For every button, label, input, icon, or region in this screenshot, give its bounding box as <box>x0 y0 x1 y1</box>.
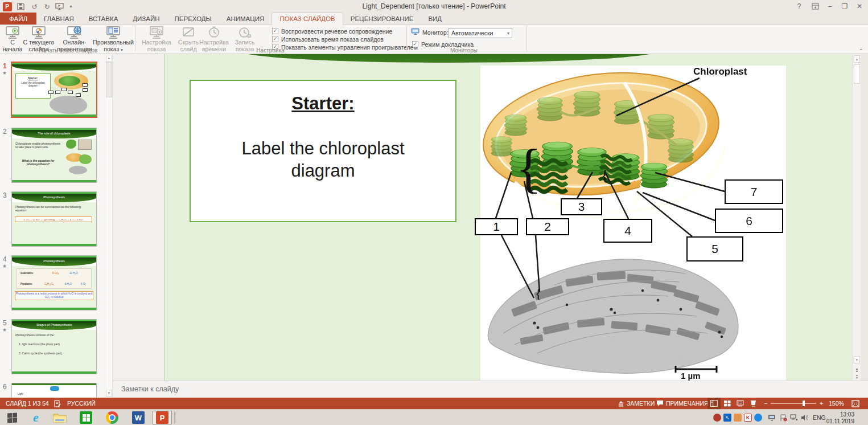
tab-slideshow[interactable]: ПОКАЗ СЛАЙДОВ <box>271 13 343 25</box>
tray-icon-app-blue[interactable]: ↖ <box>723 414 731 422</box>
tab-view[interactable]: ВИД <box>421 13 449 24</box>
help-button[interactable]: ? <box>792 0 807 12</box>
slide-thumbnail-3[interactable]: Photosynthesis Photosynthesis can be sum… <box>11 191 97 247</box>
chloroplast-image[interactable]: { { <box>480 66 786 381</box>
from-beginning-button[interactable]: С начала <box>2 26 23 52</box>
start-button[interactable] <box>2 411 22 424</box>
monitor-select[interactable]: Автоматически ▾ <box>449 28 512 38</box>
internet-explorer-icon[interactable]: e <box>26 411 46 424</box>
label-box-2[interactable]: 2 <box>526 218 569 235</box>
spellcheck-icon[interactable] <box>54 398 61 409</box>
notes-toggle-button[interactable]: ЗАМЕТКИ <box>618 398 655 409</box>
monitor-gear-icon <box>149 26 164 39</box>
normal-view-button[interactable] <box>707 398 721 409</box>
collapse-ribbon-icon[interactable]: ⌃ <box>859 48 863 54</box>
kaspersky-icon[interactable]: K <box>744 414 752 422</box>
scroll-up-icon[interactable]: ▲ <box>854 55 860 63</box>
file-explorer-icon[interactable] <box>50 411 69 424</box>
thumb-number: 2 <box>3 128 11 136</box>
slide-sorter-view-button[interactable] <box>721 398 734 409</box>
tab-insert[interactable]: ВСТАВКА <box>81 13 126 24</box>
zoom-slider[interactable] <box>771 403 816 404</box>
tab-file[interactable]: ФАЙЛ <box>0 13 36 24</box>
slideshow-view-button[interactable] <box>747 398 760 409</box>
slide-thumbnail-1[interactable]: Starter: Label the chloroplast diagram <box>11 62 97 118</box>
label-box-6[interactable]: 6 <box>715 209 783 233</box>
slide-thumbnail-5[interactable]: Stages of Photosynthesis Photosynthesis … <box>11 319 97 374</box>
chrome-icon[interactable] <box>102 411 122 424</box>
notes-pane[interactable]: Заметки к слайду <box>113 381 868 398</box>
zoom-in-button[interactable]: + <box>820 398 823 409</box>
ribbon: С начала С текущего слайда Онлайн-презен… <box>0 25 868 54</box>
window-title: Light_Dependent [только чтение] - PowerP… <box>0 2 868 10</box>
tab-design[interactable]: ДИЗАЙН <box>125 13 167 24</box>
language-switcher[interactable]: ENG <box>813 414 826 421</box>
record-clock-icon <box>238 26 252 39</box>
label-box-5[interactable]: 5 <box>686 236 743 261</box>
reading-view-button[interactable] <box>734 398 747 409</box>
thumb-number: 5 <box>3 319 11 327</box>
tab-review[interactable]: РЕЦЕНЗИРОВАНИЕ <box>343 13 421 24</box>
taskbar: e W P ↖ K <box>0 409 868 425</box>
monitor-play-icon <box>5 26 20 39</box>
animation-star-icon: ★ <box>2 327 10 333</box>
starter-textbox[interactable]: Starter: Label the chloroplast diagram <box>190 80 456 222</box>
label-box-4[interactable]: 4 <box>603 219 652 243</box>
next-slide-button[interactable]: ▼▼ <box>854 373 860 379</box>
thumbnail-scrollbar[interactable]: ▲ ▼ <box>105 54 113 398</box>
animation-star-icon: ★ <box>2 263 10 269</box>
volume-icon[interactable] <box>800 414 808 422</box>
minimize-button[interactable]: – <box>822 0 837 12</box>
scroll-down-icon[interactable]: ▼ <box>854 356 860 363</box>
label-box-7[interactable]: 7 <box>725 179 783 204</box>
tab-animations[interactable]: АНИМАЦИЯ <box>219 13 272 24</box>
main-scrollbar[interactable]: ▲ ▼ ▲▲ ▼▼ <box>852 54 861 381</box>
tab-transitions[interactable]: ПЕРЕХОДЫ <box>167 13 219 24</box>
chevron-down-icon: ▾ <box>507 31 509 36</box>
language-indicator[interactable]: РУССКИЙ <box>67 398 96 409</box>
tray-icon-updater[interactable] <box>713 414 721 422</box>
title-bar: P ↺ ↻ ▾ Light_Dependent [только чтение] … <box>0 0 868 13</box>
scroll-down-icon[interactable]: ▼ <box>106 390 112 397</box>
action-center-flag-icon[interactable] <box>779 414 787 422</box>
slide-thumbnail-6[interactable]: Light <box>11 383 97 398</box>
zoom-level[interactable]: 150% <box>829 398 844 409</box>
monitor-row: Монитор: <box>411 28 449 36</box>
display-tray-icon[interactable] <box>768 414 776 422</box>
restore-button[interactable]: ❐ <box>837 0 852 12</box>
slide-editing-surface[interactable]: Starter: Label the chloroplast diagram <box>164 54 852 381</box>
close-button[interactable]: ✕ <box>852 0 867 12</box>
slide-indicator[interactable]: СЛАЙД 1 ИЗ 54 <box>6 398 49 409</box>
slide-thumbnail-4[interactable]: Photosynthesis Reactants: 6 CO₂ 12 H₂O P… <box>11 255 97 310</box>
tab-home[interactable]: ГЛАВНАЯ <box>36 13 81 24</box>
network-icon[interactable] <box>790 414 798 422</box>
chloroplast-title-label: Chloroplast <box>693 66 747 77</box>
fit-to-window-button[interactable] <box>851 398 859 409</box>
previous-slide-button[interactable]: ▲▲ <box>854 366 860 373</box>
tray-icon-app-orange[interactable] <box>734 414 742 422</box>
monitor-chart-icon <box>31 26 46 39</box>
label-box-1[interactable]: 1 <box>475 218 518 235</box>
zoom-out-button[interactable]: − <box>764 398 767 409</box>
checkbox-use-timings[interactable]: ✓ Использовать время показа слайдов <box>272 35 384 43</box>
word-icon[interactable]: W <box>129 411 148 424</box>
monitor-list-icon <box>106 26 121 39</box>
checkbox-play-narrations[interactable]: ✓ Воспроизвести речевое сопровождение <box>272 27 392 35</box>
scroll-up-icon[interactable]: ▲ <box>106 55 112 62</box>
ribbon-display-options-button[interactable] <box>808 0 822 12</box>
thumb-number: 6 <box>3 383 11 391</box>
powerpoint-taskbar-button[interactable]: P <box>153 411 172 424</box>
slide-thumbnail-2[interactable]: The role of chloroplasts Chloroplasts en… <box>11 128 97 183</box>
scrollbar-thumb[interactable] <box>106 62 112 97</box>
scrollbar-thumb[interactable] <box>854 64 860 84</box>
zoom-slider-thumb[interactable] <box>803 401 805 406</box>
monitor-globe-icon <box>67 26 83 39</box>
setup-slideshow-button: Настройка показа слайдов <box>137 26 176 52</box>
comments-toggle-button[interactable]: ПРИМЕЧАНИЯ <box>656 398 709 409</box>
clock[interactable]: 13:03 01.11.2019 <box>826 411 854 424</box>
label-box-3[interactable]: 3 <box>561 198 602 215</box>
windows-store-icon[interactable] <box>76 411 96 424</box>
tray-icon-clock-blue[interactable] <box>754 414 762 422</box>
status-bar: СЛАЙД 1 ИЗ 54 РУССКИЙ ЗАМЕТКИ ПРИМЕЧАНИЯ <box>0 398 868 409</box>
monitor-icon <box>411 28 420 36</box>
